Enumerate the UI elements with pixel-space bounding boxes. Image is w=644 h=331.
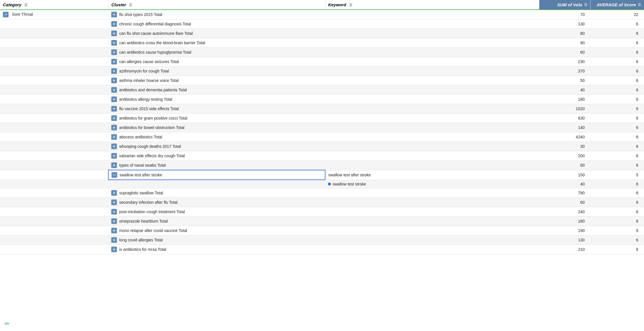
row-cluster: −swallow test after stroke [108, 170, 325, 180]
sore-throat-volume: 70 [539, 10, 590, 19]
row-score: 6 [590, 95, 644, 104]
row-keyword [325, 66, 539, 76]
table-row: +mono relapse after covid vaccine Total1… [0, 226, 644, 235]
row-expand-button[interactable]: + [111, 31, 117, 36]
sore-throat-cluster: + flu shot types 2015 Total [108, 10, 325, 19]
row-expand-button[interactable]: + [111, 199, 117, 205]
cluster-filter-button[interactable]: ☰ [129, 3, 132, 7]
sore-throat-collapse-button[interactable]: − [3, 12, 9, 17]
row-cluster-label: swallow test after stroke [120, 173, 162, 177]
table-row: +chronic cough differential diagnosis To… [0, 19, 644, 29]
row-cluster: +abscess antibiotics Total [108, 132, 325, 142]
row-cluster: +asthma inhaler hoarse voice Total [108, 76, 325, 85]
row-keyword [325, 19, 539, 29]
row-category [0, 29, 108, 38]
row-keyword [325, 104, 539, 114]
row-volume: 150 [539, 170, 590, 180]
row-cluster-label: mono relapse after covid vaccine Total [119, 228, 187, 233]
row-volume: 370 [539, 66, 590, 76]
row-volume: 40 [539, 85, 590, 95]
row-cluster: +types of nasal swabs Total [108, 161, 325, 170]
score-filter-button[interactable]: ☰ [638, 3, 641, 7]
row-volume: 80 [539, 38, 590, 48]
row-keyword [325, 151, 539, 161]
row-expand-button[interactable]: + [111, 247, 117, 252]
row-expand-button[interactable]: + [111, 49, 117, 55]
row-keyword [325, 123, 539, 132]
table-row: +antibiotics for bowel obstruction Total… [0, 123, 644, 132]
row-expand-button[interactable]: + [111, 228, 117, 233]
row-keyword [325, 188, 539, 197]
row-expand-button[interactable]: + [111, 134, 117, 140]
row-category [0, 19, 108, 29]
row-cluster-label: azithromycin for cough Total [119, 69, 169, 73]
row-expand-button[interactable]: + [111, 87, 117, 93]
table-row: +can flu shot cause autoimmune flare Tot… [0, 29, 644, 38]
row-keyword [325, 161, 539, 170]
row-score: 6 [590, 207, 644, 216]
row-volume: 60 [539, 197, 590, 207]
row-cluster: +whooping cough deaths 2017 Total [108, 142, 325, 151]
row-category [0, 57, 108, 66]
row-expand-button[interactable]: + [111, 59, 117, 64]
row-collapse-button[interactable]: − [112, 172, 117, 178]
row-expand-button[interactable]: + [111, 40, 117, 46]
table-row: +can allergies cause seizures Total2306 [0, 57, 644, 66]
table-container: Category ☰ Cluster ☰ Keyword ☰ SUM of Vo… [0, 0, 644, 331]
row-category [0, 216, 108, 226]
sore-throat-score: 22 [590, 10, 644, 19]
row-expand-button[interactable]: + [111, 218, 117, 224]
row-score: 6 [590, 151, 644, 161]
row-category [0, 48, 108, 57]
table-row: −swallow test after strokeswallow test a… [0, 170, 644, 180]
row-score: 6 [590, 57, 644, 66]
row-volume: 4240 [539, 132, 590, 142]
row-expand-button[interactable]: + [111, 78, 117, 83]
row-volume: 60 [539, 161, 590, 170]
row-expand-button[interactable]: + [111, 237, 117, 243]
row-expand-button[interactable]: + [111, 106, 117, 112]
row-volume: 780 [539, 188, 590, 197]
row-score: 6 [590, 216, 644, 226]
row-score: 6 [590, 235, 644, 245]
row-expand-button[interactable]: + [111, 68, 117, 74]
row-expand-button[interactable]: + [111, 125, 117, 130]
edit-icon[interactable]: ✏ [5, 320, 10, 328]
row-expand-button[interactable]: + [111, 144, 117, 149]
row-keyword [325, 197, 539, 207]
row-expand-button[interactable]: + [111, 115, 117, 121]
row-expand-button[interactable]: + [111, 153, 117, 159]
row-cluster: +can allergies cause seizures Total [108, 57, 325, 66]
row-cluster [108, 180, 325, 188]
table-row: +azithromycin for cough Total3706 [0, 66, 644, 76]
row-cluster: +omeprazole heartburn Total [108, 216, 325, 226]
header-category: Category ☰ [0, 0, 108, 10]
row-cluster: +azithromycin for cough Total [108, 66, 325, 76]
row-expand-button[interactable]: + [111, 162, 117, 168]
row-expand-button[interactable]: + [111, 190, 117, 196]
row-expand-button[interactable]: + [111, 209, 117, 215]
row-score: 6 [590, 29, 644, 38]
row-category [0, 114, 108, 123]
row-volume: 80 [539, 29, 590, 38]
table-row: +antibiotics and dementia patients Total… [0, 85, 644, 95]
category-filter-button[interactable]: ☰ [24, 3, 28, 7]
row-cluster-label: post-intubation cough treatment Total [119, 209, 185, 214]
row-cluster-label: antibiotics and dementia patients Total [119, 88, 187, 92]
row-score: 6 [590, 85, 644, 95]
row-keyword [325, 235, 539, 245]
row-cluster-label: antibiotics allergy testing Total [119, 97, 172, 102]
row-cluster-label: chronic cough differential diagnosis Tot… [119, 22, 191, 26]
row-volume: 60 [539, 48, 590, 57]
row-cluster-label: can flu shot cause autoimmune flare Tota… [119, 31, 193, 36]
row-volume: 210 [539, 245, 590, 254]
row-expand-button[interactable]: + [111, 21, 117, 27]
row-score: 6 [590, 226, 644, 235]
row-keyword [325, 216, 539, 226]
sore-throat-cluster-expand-button[interactable]: + [111, 12, 117, 17]
keyword-filter-button[interactable]: ☰ [349, 3, 353, 7]
row-expand-button[interactable]: + [111, 96, 117, 102]
volume-filter-button[interactable]: ☰ [584, 3, 588, 7]
table-row: +supraglotic swallow Total7806 [0, 188, 644, 197]
row-category [0, 207, 108, 216]
